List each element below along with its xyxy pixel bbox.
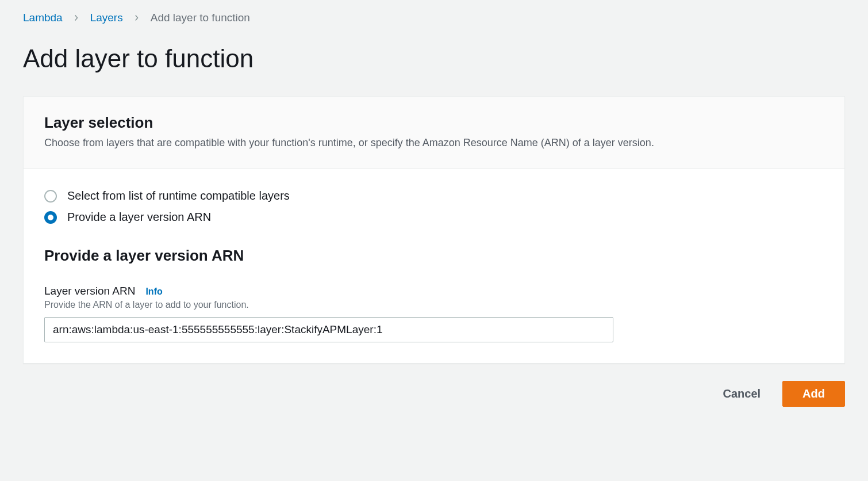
- panel-header: Layer selection Choose from layers that …: [24, 97, 844, 169]
- radio-label: Provide a layer version ARN: [67, 211, 211, 224]
- breadcrumb-current: Add layer to function: [151, 12, 250, 24]
- chevron-right-icon: [133, 12, 140, 24]
- breadcrumb: Lambda Layers Add layer to function: [23, 12, 845, 24]
- field-label-row: Layer version ARN Info: [44, 285, 824, 297]
- chevron-right-icon: [73, 12, 80, 24]
- arn-field-label: Layer version ARN: [44, 285, 135, 297]
- layer-arn-input[interactable]: [44, 317, 613, 342]
- layer-selection-panel: Layer selection Choose from layers that …: [23, 96, 845, 364]
- radio-select-from-list[interactable]: Select from list of runtime compatible l…: [44, 189, 824, 203]
- info-link[interactable]: Info: [145, 287, 162, 297]
- footer-actions: Cancel Add: [23, 381, 845, 407]
- layer-source-radio-group: Select from list of runtime compatible l…: [44, 189, 824, 224]
- page-title: Add layer to function: [23, 44, 845, 73]
- add-button[interactable]: Add: [782, 381, 845, 407]
- radio-provide-arn[interactable]: Provide a layer version ARN: [44, 211, 824, 224]
- cancel-button[interactable]: Cancel: [719, 381, 766, 406]
- panel-description: Choose from layers that are compatible w…: [44, 135, 824, 151]
- breadcrumb-link-lambda[interactable]: Lambda: [23, 12, 63, 24]
- radio-label: Select from list of runtime compatible l…: [67, 189, 290, 203]
- breadcrumb-link-layers[interactable]: Layers: [90, 12, 123, 24]
- arn-section-heading: Provide a layer version ARN: [44, 247, 824, 265]
- radio-icon-selected: [44, 211, 57, 224]
- arn-field-hint: Provide the ARN of a layer to add to you…: [44, 300, 824, 310]
- panel-heading: Layer selection: [44, 114, 824, 132]
- radio-icon: [44, 190, 57, 203]
- panel-body: Select from list of runtime compatible l…: [24, 169, 844, 363]
